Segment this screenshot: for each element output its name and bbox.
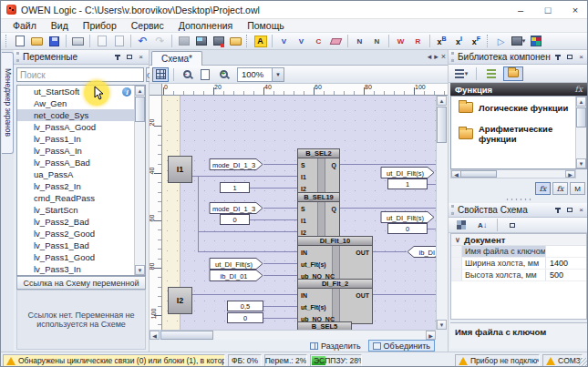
menu-item-4[interactable]: Дополнения [171, 20, 240, 31]
zoom-combo[interactable]: 100% ▼ [237, 67, 284, 82]
tab-scroll-right-icon[interactable]: ▸ [434, 52, 438, 61]
function-block-B_SEL19[interactable]: B_SEL19SI1I2Q [297, 192, 340, 238]
pin-I1[interactable]: I1 [301, 171, 306, 183]
variable-item[interactable]: Aw_Gen [17, 97, 145, 109]
input-rail-I1[interactable]: I1 [168, 156, 192, 183]
pin-IN[interactable]: IN [301, 247, 307, 259]
library-bottom-tab-fx[interactable]: fx [535, 182, 551, 195]
eraser-icon[interactable] [327, 34, 345, 49]
redo-icon[interactable]: ↷ [151, 34, 169, 49]
property-group-document[interactable]: ∨ Документ [451, 234, 586, 246]
property-value[interactable]: 1400 [546, 258, 586, 269]
property-pages-icon[interactable] [503, 218, 521, 232]
merge-view-button[interactable]: Объединить [368, 340, 435, 352]
close-button[interactable]: × [562, 1, 588, 18]
sort-icon[interactable] [482, 66, 500, 81]
restore-icon[interactable] [564, 206, 574, 215]
insert-output-variable-icon[interactable]: V [293, 34, 310, 49]
function-block-DI_Flt_2[interactable]: DI_Flt_2INut_Flt(s)ub_NO_NCOUT [297, 279, 373, 324]
split-view-button[interactable]: Разделить [306, 340, 365, 352]
text-label-icon[interactable]: A [252, 34, 269, 49]
function-block-B_SEL5[interactable]: B_SEL5S [297, 321, 352, 330]
read-variable-icon[interactable]: R [409, 34, 427, 49]
property-row[interactable]: Имя файла с ключом [451, 246, 586, 258]
zoom-out-icon[interactable]: - [179, 67, 195, 82]
menu-item-2[interactable]: Прибор [76, 20, 124, 31]
zoom-in-icon[interactable]: + [215, 67, 232, 82]
variable-item[interactable]: lv_Pass3_In [17, 263, 145, 275]
write-variable-icon[interactable]: W [392, 34, 409, 49]
undo-icon[interactable]: ↶ [134, 34, 151, 49]
constant-block[interactable]: 0,5 [227, 301, 263, 311]
variable-item[interactable]: cmd_ReadPass [17, 192, 145, 204]
library-folder-item[interactable]: Арифметические функции [451, 118, 586, 149]
menu-item-3[interactable]: Сервис [124, 20, 171, 31]
variable-item[interactable]: lv_Pass1_Good [17, 251, 145, 263]
close-icon[interactable]: × [136, 53, 146, 62]
pin-icon[interactable] [112, 53, 122, 62]
insert-no-contact-icon[interactable]: N [351, 34, 368, 49]
variable-tag[interactable]: ib_DI_0 [407, 246, 436, 260]
minimize-button[interactable]: – [507, 1, 534, 18]
input-rail-I2[interactable]: I2 [168, 287, 192, 314]
alphabetical-sort-icon[interactable]: A↓ [473, 218, 491, 232]
insert-constant-icon[interactable]: C [310, 34, 327, 49]
variable-item[interactable]: lv_Pass2_Bad [17, 216, 145, 228]
property-row[interactable]: Высота холста, мм500 [451, 270, 586, 281]
constant-block[interactable]: 1 [387, 178, 428, 189]
property-row[interactable]: Ширина холста, мм1400 [451, 258, 586, 270]
pin-S[interactable]: S [301, 159, 305, 171]
variable-item[interactable]: lv_Pass1_In [17, 133, 145, 145]
variable-item[interactable]: net_code_Sys [17, 109, 145, 121]
menu-item-0[interactable]: Файл [5, 20, 44, 31]
device-monitor-icon[interactable] [192, 34, 210, 49]
pin-icon[interactable] [552, 53, 562, 62]
function-block-DI_Flt_10[interactable]: DI_Flt_10INut_Flt(s)ub_NO_NCOUT [297, 236, 373, 281]
read-device-icon[interactable] [175, 34, 192, 49]
pin-IN[interactable]: IN [301, 290, 307, 301]
paste-icon[interactable] [110, 34, 128, 49]
variable-tag[interactable]: ib_DI_01 [209, 270, 263, 283]
copy-icon[interactable] [93, 34, 110, 49]
tab-close-icon[interactable]: × [441, 52, 446, 61]
constant-block[interactable]: 0 [227, 312, 263, 323]
pin-OUT[interactable]: OUT [356, 290, 369, 301]
tab-scheme[interactable]: Схема* [151, 51, 202, 66]
view-mode-icon[interactable]: ▾ [452, 66, 470, 81]
resize-grip[interactable] [579, 358, 588, 367]
pin-icon[interactable] [552, 206, 562, 215]
pin-I1[interactable]: I1 [301, 215, 306, 227]
debug-dropdown-icon[interactable]: ▾ [510, 34, 527, 49]
search-input[interactable] [16, 67, 144, 82]
collapse-icon[interactable]: ∨ [451, 236, 464, 244]
variable-item[interactable]: lv_PassA_In [17, 145, 145, 157]
open-file-icon[interactable] [28, 34, 46, 49]
device-config-icon[interactable] [527, 34, 544, 49]
variable-item[interactable]: lv_PassA_Bad [17, 157, 145, 168]
pin-ut_Flt(s)[interactable]: ut_Flt(s) [301, 259, 326, 270]
variable-item[interactable]: lv_Pass1_Bad [17, 240, 145, 251]
categorized-view-icon[interactable] [452, 218, 470, 232]
simulator-play-icon[interactable]: ▷ [492, 34, 510, 49]
variable-item[interactable]: ua_PassA [17, 168, 145, 180]
convert-float-icon[interactable]: xF [468, 34, 485, 49]
canvas-vertical-scrollbar[interactable]: ▲ ▼ [436, 96, 448, 330]
library-bottom-tab-fx[interactable]: fx [552, 182, 568, 195]
folders-view-icon[interactable] [503, 66, 523, 81]
constant-block[interactable]: 0 [387, 223, 428, 234]
scheme-canvas[interactable]: 20406080100 I1I2B_SEL2SI1I2QB_SEL19SI1I2… [150, 96, 436, 330]
variable-info-icon[interactable]: i [122, 87, 131, 97]
save-icon[interactable] [46, 34, 63, 49]
grid-toggle-icon[interactable] [152, 67, 169, 82]
pin-Q[interactable]: Q [332, 203, 336, 215]
write-device-icon[interactable] [210, 34, 227, 49]
screen-manager-tab[interactable]: Менеджер экранов [2, 52, 14, 154]
library-bottom-tab-M[interactable]: M [570, 182, 585, 195]
zoom-dropdown-icon[interactable]: ▼ [272, 68, 284, 81]
variables-scrollbar[interactable]: ▲ ▼ [134, 86, 145, 275]
property-value[interactable]: 500 [546, 270, 586, 280]
library-horizontal-scrollbar[interactable]: ◀ ▶ [450, 169, 576, 178]
variable-tag[interactable]: mode_DI_1_3 [209, 158, 263, 172]
constant-block[interactable]: 1 [220, 182, 250, 193]
status-warning[interactable]: Обнаружены циклические связи (0) или бло… [3, 354, 225, 367]
